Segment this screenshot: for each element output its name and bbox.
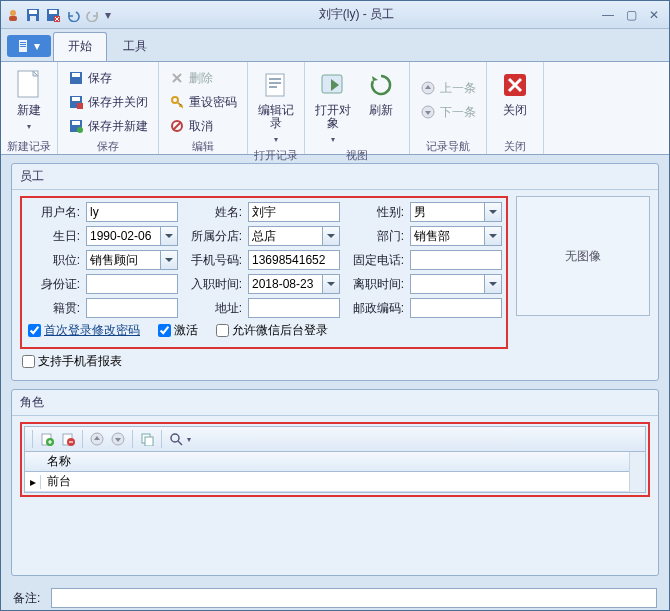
- idcard-input[interactable]: [86, 274, 178, 294]
- edit-record-button[interactable]: 编辑记录▾: [254, 65, 298, 146]
- tel-input[interactable]: [410, 250, 502, 270]
- save-new-button[interactable]: 保存并新建: [64, 115, 152, 137]
- open-object-button[interactable]: 打开对象▾: [311, 65, 355, 146]
- role-copy-button[interactable]: [137, 429, 157, 449]
- svg-rect-4: [30, 16, 36, 21]
- mobile-report-checkbox[interactable]: 支持手机看报表: [22, 353, 122, 370]
- mobile-label: 手机号码:: [184, 252, 242, 269]
- birth-input[interactable]: 1990-02-06: [86, 226, 178, 246]
- native-label: 籍贯:: [26, 300, 80, 317]
- tel-label: 固定电话:: [346, 252, 404, 269]
- window-title: 刘宇(ly) - 员工: [111, 6, 602, 23]
- close-button[interactable]: 关闭: [493, 65, 537, 137]
- employee-panel: 员工 用户名: ly 姓名: 刘宇 性别: 男 生日: 1990-02-06 所…: [11, 163, 659, 381]
- roles-panel-title: 角色: [12, 390, 658, 416]
- new-button[interactable]: 新建▾: [7, 65, 51, 137]
- role-down-button[interactable]: [108, 429, 128, 449]
- roles-table: 名称 ▸ 前台: [24, 452, 646, 493]
- titlebar: ▾ 刘宇(ly) - 员工 — ▢ ✕: [1, 1, 669, 29]
- dept-label: 部门:: [346, 228, 404, 245]
- svg-rect-26: [269, 86, 277, 88]
- row-indicator-icon: ▸: [25, 475, 41, 489]
- remark-input[interactable]: [51, 588, 657, 608]
- svg-rect-10: [20, 44, 26, 45]
- employee-image[interactable]: 无图像: [516, 196, 650, 316]
- role-up-button[interactable]: [87, 429, 107, 449]
- table-row[interactable]: ▸ 前台: [25, 472, 629, 492]
- pos-select[interactable]: 销售顾问: [86, 250, 178, 270]
- delete-button[interactable]: 删除: [165, 67, 241, 89]
- save-button[interactable]: 保存: [64, 67, 152, 89]
- svg-point-0: [10, 10, 16, 16]
- tab-tools[interactable]: 工具: [109, 33, 161, 61]
- username-input[interactable]: ly: [86, 202, 178, 222]
- key-icon: [169, 94, 185, 110]
- wechat-checkbox[interactable]: 允许微信后台登录: [216, 322, 328, 339]
- cancel-button[interactable]: 取消: [165, 115, 241, 137]
- roles-scrollbar[interactable]: [629, 452, 645, 492]
- qat-save-icon[interactable]: [25, 7, 41, 23]
- qat-redo-icon[interactable]: [85, 7, 101, 23]
- remark-label: 备注:: [13, 590, 47, 607]
- close-window-button[interactable]: ✕: [649, 8, 659, 22]
- svg-rect-16: [72, 97, 80, 101]
- svg-rect-1: [9, 16, 17, 21]
- minimize-button[interactable]: —: [602, 8, 614, 22]
- svg-rect-25: [269, 82, 281, 84]
- svg-rect-24: [269, 78, 281, 80]
- branch-select[interactable]: 总店: [248, 226, 340, 246]
- tab-start[interactable]: 开始: [53, 32, 107, 61]
- reset-pwd-button[interactable]: 重设密码: [165, 91, 241, 113]
- roles-toolbar: ▾: [24, 426, 646, 452]
- svg-rect-9: [20, 42, 26, 43]
- name-input[interactable]: 刘宇: [248, 202, 340, 222]
- addr-label: 地址:: [184, 300, 242, 317]
- svg-point-39: [171, 434, 179, 442]
- close-icon: [499, 69, 531, 101]
- edit-record-icon: [260, 69, 292, 101]
- svg-rect-3: [29, 10, 37, 14]
- zip-input[interactable]: [410, 298, 502, 318]
- role-remove-button[interactable]: [58, 429, 78, 449]
- next-record-button[interactable]: 下一条: [416, 101, 480, 123]
- svg-rect-19: [72, 121, 80, 125]
- hire-label: 入职时间:: [184, 276, 242, 293]
- app-icon: [5, 7, 21, 23]
- prev-record-button[interactable]: 上一条: [416, 77, 480, 99]
- qat-undo-icon[interactable]: [65, 7, 81, 23]
- new-icon: [13, 69, 45, 101]
- roles-col-name[interactable]: 名称: [41, 453, 629, 470]
- group-new-label: 新建记录: [7, 137, 51, 153]
- branch-label: 所属分店:: [184, 228, 242, 245]
- first-login-checkbox[interactable]: 首次登录修改密码: [28, 322, 140, 339]
- idcard-label: 身份证:: [26, 276, 80, 293]
- group-nav-label: 记录导航: [416, 137, 480, 153]
- role-add-button[interactable]: [37, 429, 57, 449]
- save-close-button[interactable]: 保存并关闭: [64, 91, 152, 113]
- role-search-button[interactable]: [166, 429, 186, 449]
- active-checkbox[interactable]: 激活: [158, 322, 198, 339]
- refresh-icon: [365, 69, 397, 101]
- app-menu-button[interactable]: ▾: [7, 35, 51, 57]
- hire-input[interactable]: 2018-08-23: [248, 274, 340, 294]
- group-save-label: 保存: [64, 137, 152, 153]
- open-object-icon: [317, 69, 349, 101]
- native-input[interactable]: [86, 298, 178, 318]
- maximize-button[interactable]: ▢: [626, 8, 637, 22]
- refresh-button[interactable]: 刷新: [359, 65, 403, 146]
- menubar: ▾ 开始 工具: [1, 29, 669, 61]
- svg-rect-38: [145, 437, 153, 446]
- svg-point-20: [77, 127, 83, 133]
- dept-select[interactable]: 销售部: [410, 226, 502, 246]
- addr-input[interactable]: [248, 298, 340, 318]
- down-arrow-icon: [420, 104, 436, 120]
- leave-input[interactable]: [410, 274, 502, 294]
- svg-rect-23: [266, 74, 284, 96]
- mobile-input[interactable]: 13698541652: [248, 250, 340, 270]
- ribbon: 新建▾ 新建记录 保存 保存并关闭 保存并新建 保存 删除 重设密码 取消 编辑: [1, 61, 669, 155]
- name-label: 姓名:: [184, 204, 242, 221]
- svg-rect-11: [20, 46, 26, 47]
- qat-saveclose-icon[interactable]: [45, 7, 61, 23]
- employee-panel-title: 员工: [12, 164, 658, 190]
- gender-select[interactable]: 男: [410, 202, 502, 222]
